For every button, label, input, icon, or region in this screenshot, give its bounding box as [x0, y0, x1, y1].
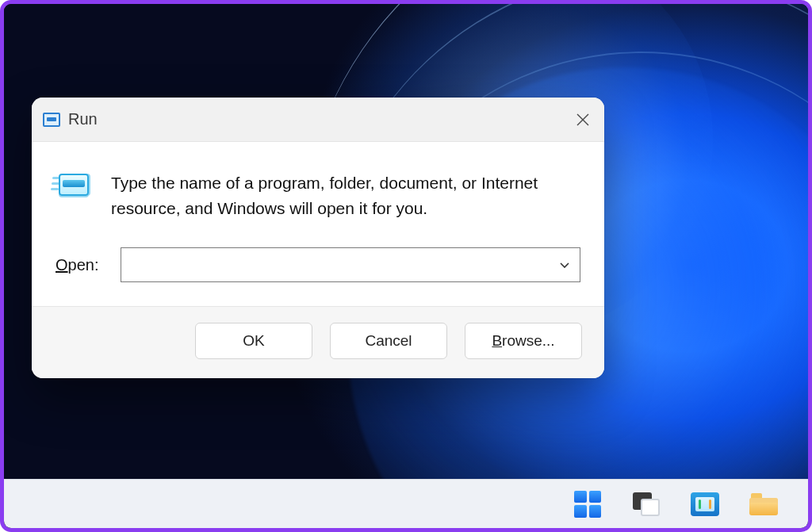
run-title-icon — [43, 113, 60, 127]
run-program-icon — [56, 172, 92, 204]
open-combobox[interactable] — [121, 247, 580, 282]
taskbar-control-panel-button[interactable] — [690, 489, 720, 519]
dialog-body: Type the name of a program, folder, docu… — [32, 142, 604, 306]
close-icon — [576, 113, 590, 127]
chevron-down-icon — [558, 258, 571, 271]
taskbar-file-explorer-button[interactable] — [749, 489, 779, 519]
open-input[interactable] — [129, 257, 557, 274]
dropdown-button[interactable] — [557, 258, 572, 272]
control-panel-icon — [691, 492, 719, 516]
browse-button[interactable]: Browse... — [465, 323, 582, 359]
taskbar-start-button[interactable] — [573, 489, 603, 519]
ok-button[interactable]: OK — [195, 323, 312, 359]
dialog-description: Type the name of a program, folder, docu… — [111, 170, 555, 220]
close-button[interactable] — [574, 111, 592, 128]
windows-start-icon — [574, 491, 601, 518]
folder-icon — [749, 493, 778, 515]
task-view-icon — [633, 492, 660, 516]
taskbar — [4, 479, 808, 528]
taskbar-task-view-button[interactable] — [631, 489, 661, 519]
screenshot-frame: Run Type the name of a program, folder, … — [0, 0, 812, 532]
titlebar[interactable]: Run — [32, 98, 604, 142]
cancel-button[interactable]: Cancel — [330, 323, 447, 359]
dialog-title: Run — [68, 110, 98, 128]
open-label: Open: — [56, 256, 109, 274]
run-dialog: Run Type the name of a program, folder, … — [32, 98, 604, 378]
dialog-footer: OK Cancel Browse... — [32, 306, 604, 378]
